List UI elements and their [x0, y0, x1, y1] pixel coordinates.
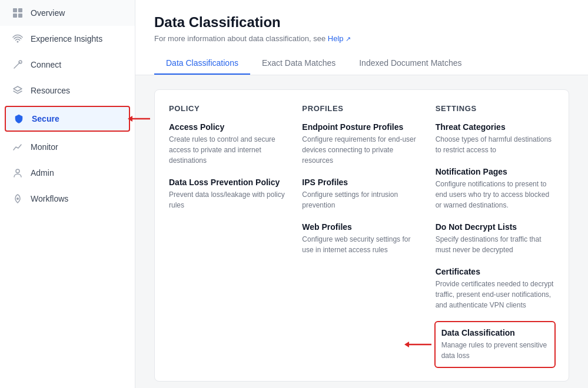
- help-link[interactable]: Help ↗: [328, 34, 351, 43]
- profiles-column: Profiles Endpoint Posture Profiles Confi…: [302, 104, 421, 367]
- access-policy-title: Access Policy: [169, 122, 288, 132]
- policy-column-title: Policy: [169, 104, 288, 113]
- menu-item-data-loss-prevention[interactable]: Data Loss Prevention Policy Prevent data…: [169, 178, 288, 210]
- menu-item-data-classification[interactable]: Data Classification Manage rules to prev…: [434, 321, 556, 368]
- page-subtitle: For more information about data classifi…: [154, 34, 569, 43]
- sidebar-item-workflows[interactable]: Workflows: [0, 186, 135, 212]
- content-area: Policy Access Policy Create rules to con…: [135, 75, 588, 388]
- svg-point-4: [17, 41, 19, 43]
- dlp-title: Data Loss Prevention Policy: [169, 178, 288, 187]
- access-policy-desc: Create rules to control and secure acces…: [169, 134, 288, 166]
- svg-rect-2: [13, 14, 17, 18]
- menu-item-ips-profiles[interactable]: IPS Profiles Configure settings for intr…: [302, 178, 421, 210]
- ips-profiles-title: IPS Profiles: [302, 178, 421, 187]
- threat-categories-desc: Choose types of harmful destinations to …: [436, 134, 554, 155]
- svg-rect-1: [18, 8, 22, 12]
- tab-exact-data-matches[interactable]: Exact Data Matches: [250, 52, 347, 75]
- menu-item-data-classification-wrapper: Data Classification Manage rules to prev…: [436, 321, 554, 368]
- settings-column-title: Settings: [436, 104, 554, 113]
- notification-pages-title: Notification Pages: [436, 167, 554, 176]
- sidebar-item-experience-insights[interactable]: Experience Insights: [0, 26, 135, 52]
- notification-pages-desc: Configure notifications to present to en…: [436, 179, 554, 210]
- svg-marker-7: [128, 116, 132, 122]
- endpoint-posture-title: Endpoint Posture Profiles: [302, 122, 421, 132]
- svg-rect-0: [13, 8, 17, 12]
- shield-icon: [13, 113, 25, 125]
- settings-column: Settings Threat Categories Choose types …: [436, 104, 554, 367]
- ips-profiles-desc: Configure settings for intrusion prevent…: [302, 189, 421, 210]
- sidebar-label-experience-insights: Experience Insights: [31, 34, 102, 44]
- policy-column: Policy Access Policy Create rules to con…: [169, 104, 288, 367]
- sidebar: Overview Experience Insights Connect: [0, 0, 135, 388]
- do-not-decrypt-desc: Specify destinations for traffic that mu…: [436, 234, 554, 255]
- tool-icon: [12, 59, 24, 71]
- main-content: Data Classification For more information…: [135, 0, 588, 388]
- page-title: Data Classification: [154, 14, 569, 31]
- endpoint-posture-desc: Configure requirements for end-user devi…: [302, 134, 421, 166]
- web-profiles-desc: Configure web security settings for use …: [302, 234, 421, 255]
- menu-item-do-not-decrypt[interactable]: Do Not Decrypt Lists Specify destination…: [436, 222, 554, 255]
- tab-bar: Data Classifications Exact Data Matches …: [154, 52, 569, 75]
- data-classification-title: Data Classification: [441, 328, 549, 337]
- sidebar-item-resources[interactable]: Resources: [0, 78, 135, 103]
- dlp-desc: Prevent data loss/leakage with policy ru…: [169, 189, 288, 210]
- sidebar-label-resources: Resources: [31, 86, 70, 95]
- svg-rect-3: [18, 14, 22, 18]
- menu-item-access-policy[interactable]: Access Policy Create rules to control an…: [169, 122, 288, 166]
- menu-item-web-profiles[interactable]: Web Profiles Configure web security sett…: [302, 222, 421, 255]
- user-icon: [12, 167, 24, 179]
- sidebar-item-overview[interactable]: Overview: [0, 0, 135, 26]
- sidebar-item-connect[interactable]: Connect: [0, 52, 135, 78]
- certificates-title: Certificates: [436, 267, 554, 276]
- certificates-desc: Provide certificates needed to decrypt t…: [436, 279, 554, 310]
- menu-item-certificates[interactable]: Certificates Provide certificates needed…: [436, 267, 554, 310]
- chart-icon: [12, 141, 24, 153]
- rocket-icon: [12, 193, 24, 205]
- profiles-column-title: Profiles: [302, 104, 421, 113]
- menu-item-notification-pages[interactable]: Notification Pages Configure notificatio…: [436, 167, 554, 210]
- data-classification-arrow: [403, 340, 433, 349]
- do-not-decrypt-title: Do Not Decrypt Lists: [436, 222, 554, 232]
- menu-card: Policy Access Policy Create rules to con…: [154, 89, 569, 382]
- svg-point-9: [16, 198, 19, 200]
- sidebar-label-overview: Overview: [31, 8, 65, 18]
- grid-icon: [12, 7, 24, 19]
- tab-data-classifications[interactable]: Data Classifications: [154, 52, 250, 75]
- sidebar-label-workflows: Workflows: [31, 194, 68, 203]
- sidebar-label-monitor: Monitor: [31, 142, 58, 152]
- secure-arrow-indicator: [128, 114, 151, 123]
- threat-categories-title: Threat Categories: [436, 122, 554, 132]
- web-profiles-title: Web Profiles: [302, 222, 421, 232]
- sidebar-item-secure[interactable]: Secure: [5, 106, 130, 132]
- sidebar-label-admin: Admin: [31, 168, 54, 178]
- sidebar-label-secure: Secure: [32, 114, 59, 123]
- sidebar-label-connect: Connect: [31, 60, 61, 69]
- menu-item-threat-categories[interactable]: Threat Categories Choose types of harmfu…: [436, 122, 554, 155]
- layers-icon: [12, 85, 24, 96]
- data-classification-desc: Manage rules to prevent sensitive data l…: [441, 340, 549, 361]
- menu-item-endpoint-posture[interactable]: Endpoint Posture Profiles Configure requ…: [302, 122, 421, 166]
- wifi-icon: [12, 33, 24, 45]
- subtitle-text: For more information about data classifi…: [154, 34, 325, 43]
- page-header: Data Classification For more information…: [135, 0, 588, 75]
- svg-point-8: [16, 169, 19, 173]
- svg-marker-11: [404, 342, 409, 347]
- sidebar-item-monitor[interactable]: Monitor: [0, 134, 135, 160]
- tab-indexed-document-matches[interactable]: Indexed Document Matches: [347, 52, 473, 75]
- sidebar-item-admin[interactable]: Admin: [0, 160, 135, 186]
